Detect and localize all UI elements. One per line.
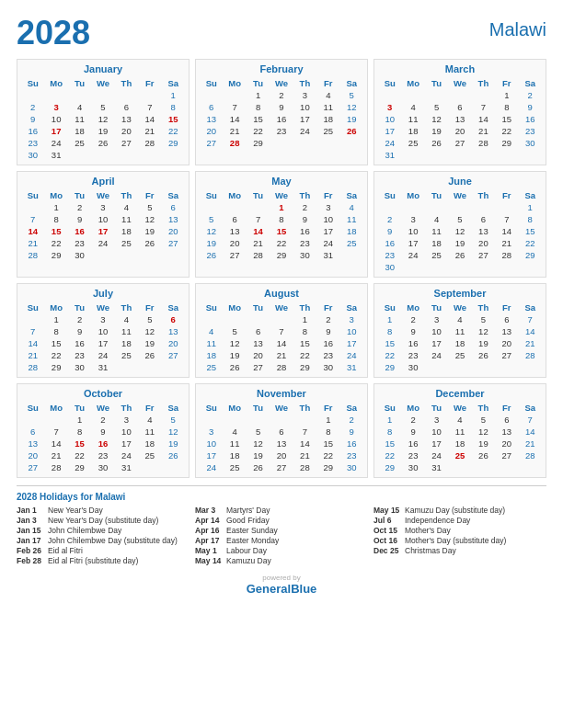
dow-header-su: Su xyxy=(21,402,44,414)
dow-header-fr: Fr xyxy=(316,301,339,313)
calendar-day: 10 xyxy=(44,113,67,125)
calendar-day: 6 xyxy=(223,213,246,225)
calendar-day: 14 xyxy=(270,337,293,349)
holiday-item: Feb 26Eid al Fitri xyxy=(17,546,190,555)
calendar-day xyxy=(270,137,293,149)
dow-header-sa: Sa xyxy=(340,77,363,89)
dow-header-tu: Tu xyxy=(425,77,448,89)
dow-header-we: We xyxy=(270,402,293,414)
holiday-name: Kamuzu Day (substitute day) xyxy=(405,506,505,515)
calendar-day: 7 xyxy=(519,414,542,426)
calendar-day: 18 xyxy=(200,349,223,361)
holiday-name: Mother's Day xyxy=(405,526,451,535)
calendar-day: 18 xyxy=(448,438,471,449)
holiday-date: May 1 xyxy=(195,546,223,555)
holiday-date: May 15 xyxy=(373,506,401,515)
calendar-day: 24 xyxy=(425,449,448,461)
calendar-day xyxy=(200,313,223,325)
calendar-day: 16 xyxy=(270,113,293,125)
calendar-day: 22 xyxy=(293,349,316,361)
calendar-day: 25 xyxy=(115,349,138,361)
calendar-day: 20 xyxy=(495,438,518,449)
dow-header-we: We xyxy=(448,77,471,89)
holiday-date: May 14 xyxy=(195,556,223,565)
calendar-day: 17 xyxy=(425,438,448,449)
calendar-day xyxy=(138,149,161,161)
calendar-day: 11 xyxy=(115,325,138,337)
calendar-day xyxy=(340,137,363,149)
calendar-day xyxy=(425,89,448,101)
calendar-day: 15 xyxy=(495,113,518,125)
holidays-section: 2028 Holidays for Malawi Jan 1New Year's… xyxy=(17,485,546,566)
dow-header-sa: Sa xyxy=(162,402,185,414)
calendar-day: 3 xyxy=(293,89,316,101)
calendar-day xyxy=(223,201,246,213)
calendar-day: 9 xyxy=(21,113,44,125)
calendar-day: 19 xyxy=(448,237,471,249)
calendar-day: 8 xyxy=(44,213,67,225)
holiday-item: Jan 3New Year's Day (substitute day) xyxy=(17,516,190,525)
calendar-day: 25 xyxy=(448,449,471,461)
calendar-day: 19 xyxy=(138,337,161,349)
brand-general: General xyxy=(247,582,291,596)
page: 2028 Malawi JanuarySuMoTuWeThFrSa1234567… xyxy=(0,0,563,728)
calendar-day: 10 xyxy=(425,325,448,337)
calendar-day: 3 xyxy=(401,213,424,225)
holiday-name: Mother's Day (substitute day) xyxy=(405,536,506,545)
month-block-july: JulySuMoTuWeThFrSa1234567891011121314151… xyxy=(17,283,190,378)
calendar-day: 10 xyxy=(91,213,114,225)
calendar-day: 4 xyxy=(425,213,448,225)
calendar-day: 27 xyxy=(495,449,518,461)
holiday-name: Labour Day xyxy=(226,546,267,555)
calendar-day: 7 xyxy=(138,101,161,113)
dow-header-th: Th xyxy=(293,189,316,201)
calendar-day xyxy=(247,414,270,426)
calendar-day xyxy=(495,361,518,373)
calendar-day: 24 xyxy=(293,125,316,137)
holiday-date: Jan 15 xyxy=(17,526,44,535)
calendar-day xyxy=(115,361,138,373)
calendar-day: 4 xyxy=(340,201,363,213)
calendar-day: 20 xyxy=(223,237,246,249)
calendar-day: 31 xyxy=(316,249,339,261)
holiday-item: Jan 1New Year's Day xyxy=(17,506,190,515)
calendar-day: 27 xyxy=(270,461,293,473)
dow-header-sa: Sa xyxy=(340,301,363,313)
calendar-day: 3 xyxy=(91,313,114,325)
calendar-day: 29 xyxy=(68,461,91,473)
calendar-day: 16 xyxy=(340,438,363,449)
calendar-day: 17 xyxy=(425,337,448,349)
dow-header-fr: Fr xyxy=(138,301,161,313)
calendar-day: 16 xyxy=(21,125,44,137)
calendar-day: 16 xyxy=(91,438,114,449)
calendar-day: 14 xyxy=(519,325,542,337)
calendar-day: 3 xyxy=(425,313,448,325)
calendar-day: 5 xyxy=(223,325,246,337)
calendar-day: 1 xyxy=(44,201,67,213)
calendar-day: 29 xyxy=(495,137,518,149)
dow-header-tu: Tu xyxy=(247,402,270,414)
calendar-day xyxy=(21,414,44,426)
calendar-day: 8 xyxy=(495,101,518,113)
calendar-day: 11 xyxy=(115,213,138,225)
calendar-day: 7 xyxy=(293,426,316,438)
calendar-day: 23 xyxy=(316,349,339,361)
month-name-october: October xyxy=(21,388,185,399)
calendar-day: 23 xyxy=(401,349,424,361)
calendar-day: 30 xyxy=(293,249,316,261)
calendar-day: 30 xyxy=(378,261,401,273)
dow-header-tu: Tu xyxy=(247,301,270,313)
holiday-name: New Year's Day (substitute day) xyxy=(48,516,158,525)
dow-header-th: Th xyxy=(293,301,316,313)
month-name-december: December xyxy=(378,388,542,399)
dow-header-mo: Mo xyxy=(401,402,424,414)
calendar-day: 8 xyxy=(44,325,67,337)
calendar-day: 28 xyxy=(247,249,270,261)
calendar-day: 26 xyxy=(472,449,495,461)
calendar-day: 26 xyxy=(200,249,223,261)
calendar-day: 30 xyxy=(21,149,44,161)
calendar-day: 10 xyxy=(378,113,401,125)
calendar-day: 15 xyxy=(44,337,67,349)
calendar-day: 25 xyxy=(340,237,363,249)
calendar-day: 20 xyxy=(200,125,223,137)
